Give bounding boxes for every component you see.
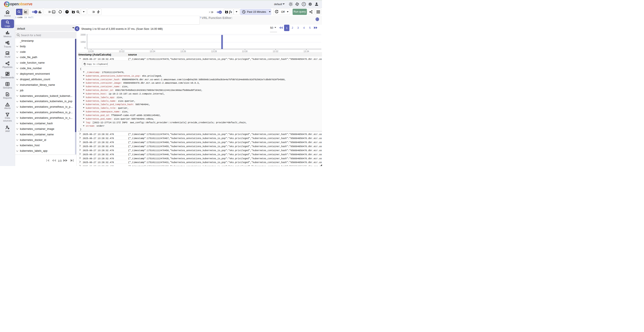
svg-text:?: ?	[303, 3, 304, 5]
svg-text:SQL: SQL	[52, 11, 55, 12]
svg-text:fx: fx	[220, 11, 221, 13]
svg-text:?: ?	[66, 10, 68, 13]
